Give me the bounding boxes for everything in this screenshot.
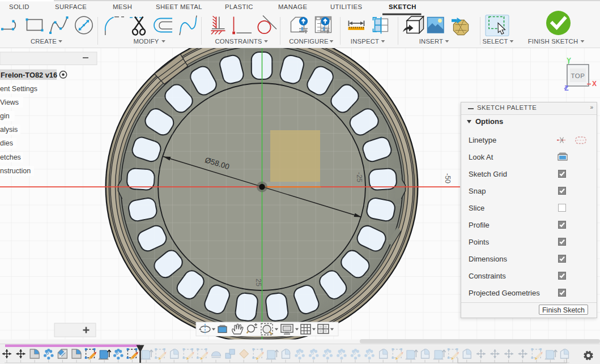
svg-text:CONSTRAINTS: CONSTRAINTS xyxy=(215,38,262,45)
svg-text:SHEET METAL: SHEET METAL xyxy=(156,3,202,10)
svg-text:SELECT: SELECT xyxy=(482,38,508,45)
svg-text:etches: etches xyxy=(0,153,21,161)
svg-text:PLASTIC: PLASTIC xyxy=(225,3,253,10)
svg-text:dies: dies xyxy=(0,139,13,147)
svg-text:SKETCH: SKETCH xyxy=(389,3,416,10)
svg-text:MANAGE: MANAGE xyxy=(278,3,307,10)
svg-text:MODIFY: MODIFY xyxy=(133,38,159,45)
svg-text:FINISH SKETCH: FINISH SKETCH xyxy=(528,38,578,45)
svg-text:UTILITIES: UTILITIES xyxy=(330,3,362,10)
svg-text:Views: Views xyxy=(0,99,19,106)
svg-text:MESH: MESH xyxy=(113,3,132,10)
svg-text:-50: -50 xyxy=(444,173,452,183)
svg-text:-25: -25 xyxy=(355,172,363,182)
svg-text:INSERT: INSERT xyxy=(419,38,443,45)
svg-text:CONFIGURE: CONFIGURE xyxy=(289,38,329,45)
svg-text:ent Settings: ent Settings xyxy=(0,85,37,93)
svg-text:25: 25 xyxy=(254,279,262,286)
svg-text:gin: gin xyxy=(0,112,10,120)
svg-text:nstruction: nstruction xyxy=(0,167,31,175)
svg-text:X: X xyxy=(592,80,597,88)
svg-text:SOLID: SOLID xyxy=(9,3,29,10)
svg-text:SURFACE: SURFACE xyxy=(55,3,87,10)
svg-text:Frelon-TO82 v16: Frelon-TO82 v16 xyxy=(1,71,57,79)
svg-text:INSPECT: INSPECT xyxy=(351,38,379,45)
svg-text:TOP: TOP xyxy=(571,72,585,79)
svg-text:alysis: alysis xyxy=(0,126,18,134)
svg-text:CREATE: CREATE xyxy=(31,38,57,45)
